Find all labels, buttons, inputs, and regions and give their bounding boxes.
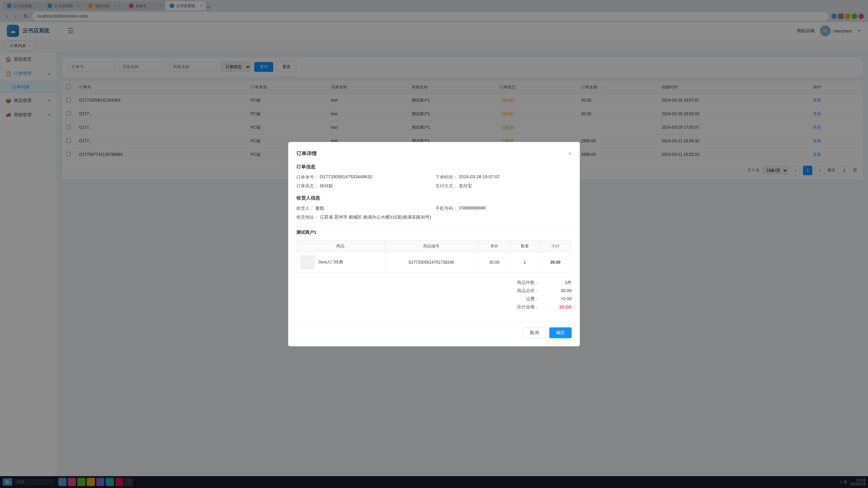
product-table: 商品 商品编号 单价 数量 小计 Java入门经典 S1773305814761… xyxy=(296,240,572,273)
product-subtotal-1: 30.00 xyxy=(539,252,571,272)
cancel-button[interactable]: 取消 xyxy=(523,327,546,338)
receiver-info-section: 收货人信息 收货人： 黄凯 手机号码： 15888888888 收货地址： 江苏… xyxy=(296,195,572,220)
payable-label: 应付金额： xyxy=(517,304,539,310)
phone-row: 手机号码： 15888888888 xyxy=(435,205,572,211)
order-status-value: 待付款 xyxy=(320,183,333,189)
order-detail-modal: 订单详情 × 订单信息 订单单号： O17733058147533449632 … xyxy=(288,142,580,346)
receiver-label: 收货人： xyxy=(296,205,314,211)
product-image-1 xyxy=(301,256,314,269)
order-summary: 商品件数： 1件 商品总价： 30.00 运费： +0.00 应付金额： 30.… xyxy=(296,277,572,315)
order-time-row: 下单时间： 2024-03-28 19:07:07 xyxy=(435,174,572,180)
total-value: 30.00 xyxy=(545,288,572,293)
items-value: 1件 xyxy=(545,280,572,286)
merchant-section: 测试商户1 商品 商品编号 单价 数量 小计 Java入门经典 xyxy=(296,226,572,315)
shipping-label: 运费： xyxy=(526,296,539,302)
payment-method-row: 支付方式： 支付宝 xyxy=(435,183,572,189)
merchant-name-label: 测试商户1 xyxy=(296,226,572,237)
payable-value: 30.00 xyxy=(545,304,572,310)
order-info-section: 订单信息 订单单号： O17733058147533449632 下单时间： 2… xyxy=(296,164,572,189)
order-info-title: 订单信息 xyxy=(296,164,572,170)
summary-total-row: 商品总价： 30.00 xyxy=(296,288,572,294)
product-col-subtotal: 小计 xyxy=(539,240,571,252)
modal-title: 订单详情 xyxy=(296,150,317,157)
receiver-info-grid: 收货人： 黄凯 手机号码： 15888888888 收货地址： 江苏省 苏州市 … xyxy=(296,205,572,220)
product-row-1: Java入门经典 S1773305814761738240 30.00 1 30… xyxy=(297,252,572,272)
product-col-sku: 商品编号 xyxy=(384,240,478,252)
phone-label: 手机号码： xyxy=(435,205,457,211)
product-table-header: 商品 商品编号 单价 数量 小计 xyxy=(297,240,572,252)
payment-method-value: 支付宝 xyxy=(459,183,472,189)
modal-header: 订单详情 × xyxy=(296,150,572,157)
phone-value: 15888888888 xyxy=(459,205,486,210)
modal-close-button[interactable]: × xyxy=(568,150,572,157)
address-label: 收货地址： xyxy=(296,214,318,220)
summary-items-row: 商品件数： 1件 xyxy=(296,280,572,286)
address-row: 收货地址： 江苏省 苏州市 相城区 南湖办公大楼315室(南湖东路30号) xyxy=(296,214,572,220)
product-col-name: 商品 xyxy=(297,240,384,252)
order-info-grid: 订单单号： O17733058147533449632 下单时间： 2024-0… xyxy=(296,174,572,189)
order-status-row: 订单状态： 待付款 xyxy=(296,183,433,189)
product-price-1: 30.00 xyxy=(478,252,510,272)
product-name-1: Java入门经典 xyxy=(318,260,343,264)
product-sku-1: S1773305814761738240 xyxy=(384,252,478,272)
order-status-label: 订单状态： xyxy=(296,183,318,189)
product-qty-1: 1 xyxy=(510,252,539,272)
product-name-cell-1: Java入门经典 xyxy=(297,252,384,272)
modal-footer: 取消 确定 xyxy=(296,322,572,338)
product-col-price: 单价 xyxy=(478,240,510,252)
product-col-qty: 数量 xyxy=(510,240,539,252)
address-value: 江苏省 苏州市 相城区 南湖办公大楼315室(南湖东路30号) xyxy=(320,214,431,220)
items-label: 商品件数： xyxy=(517,280,539,286)
confirm-button[interactable]: 确定 xyxy=(549,327,572,338)
receiver-info-title: 收货人信息 xyxy=(296,195,572,201)
product-table-body: Java入门经典 S1773305814761738240 30.00 1 30… xyxy=(297,252,572,272)
summary-payable-row: 应付金额： 30.00 xyxy=(296,304,572,310)
receiver-name-row: 收货人： 黄凯 xyxy=(296,205,433,211)
payment-method-label: 支付方式： xyxy=(435,183,457,189)
order-no-row: 订单单号： O17733058147533449632 xyxy=(296,174,433,180)
total-label: 商品总价： xyxy=(517,288,539,294)
order-no-value: O17733058147533449632 xyxy=(320,174,372,179)
summary-shipping-row: 运费： +0.00 xyxy=(296,296,572,302)
shipping-value: +0.00 xyxy=(545,296,572,301)
order-time-value: 2024-03-28 19:07:07 xyxy=(459,174,500,179)
order-no-label: 订单单号： xyxy=(296,174,318,180)
modal-overlay: 订单详情 × 订单信息 订单单号： O17733058147533449632 … xyxy=(0,0,868,488)
order-time-label: 下单时间： xyxy=(435,174,457,180)
receiver-value: 黄凯 xyxy=(315,205,324,211)
